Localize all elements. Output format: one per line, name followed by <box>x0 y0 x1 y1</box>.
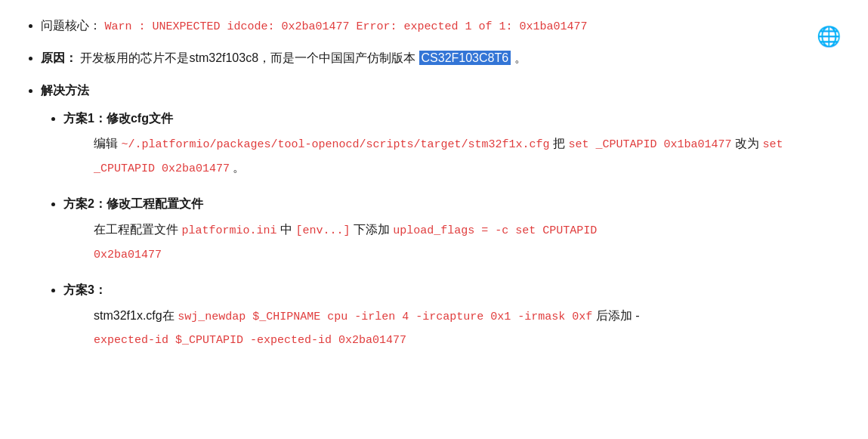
sol2-text1: 在工程配置文件 <box>94 223 181 236</box>
sol3-code1: swj_newdap $_CHIPNAME cpu -irlen 4 -irca… <box>178 311 592 323</box>
cause-text-after: 。 <box>514 51 527 64</box>
sol3-text2: 后添加 - <box>592 309 639 322</box>
issue-core-label: 问题核心： <box>41 19 101 32</box>
issue-core-code: Warn : UNEXPECTED idcode: 0x2ba01477 Err… <box>104 20 587 33</box>
sol1-text3: 改为 <box>731 137 762 150</box>
sol2-code1: platformio.ini <box>181 224 276 237</box>
sol2-code4: 0x2ba01477 <box>94 249 162 261</box>
cause-text-before: 开发板用的芯片不是stm32f103c8，而是一个中国国产仿制版本 <box>80 51 415 64</box>
sol2-code2: [env...] <box>295 224 350 237</box>
solution1-label: 方案1：修改cfg文件 <box>63 112 173 125</box>
sol2-text3: 下添加 <box>350 223 393 236</box>
sol1-text2: 把 <box>550 137 569 150</box>
solution3-label: 方案3： <box>63 283 107 296</box>
list-item-solution2: 方案2：修改工程配置文件 在工程配置文件 platformio.ini 中 [e… <box>63 193 845 266</box>
solution1-detail: 编辑 ~/.platformio/packages/tool-openocd/s… <box>63 132 845 180</box>
list-item-solution1: 方案1：修改cfg文件 编辑 ~/.platformio/packages/to… <box>63 108 845 181</box>
solution2-label: 方案2：修改工程配置文件 <box>63 197 203 210</box>
top-list: 问题核心： Warn : UNEXPECTED idcode: 0x2ba014… <box>23 15 845 352</box>
list-item-issue-core: 问题核心： Warn : UNEXPECTED idcode: 0x2ba014… <box>41 15 845 37</box>
sol1-text1: 编辑 <box>94 137 121 150</box>
solution2-detail: 在工程配置文件 platformio.ini 中 [env...] 下添加 up… <box>63 218 845 266</box>
sol3-text1: stm32f1x.cfg在 <box>94 309 178 322</box>
sol1-code2: set _CPUTAPID 0x1ba01477 <box>568 138 731 151</box>
sol1-code1: ~/.platformio/packages/tool-openocd/scri… <box>121 138 549 151</box>
list-item-solutions: 解决方法 方案1：修改cfg文件 编辑 ~/.platformio/packag… <box>41 80 845 352</box>
sol1-text4: 。 <box>230 161 245 174</box>
cause-highlight: CS32F103C8T6 <box>419 51 511 65</box>
sol2-code3: upload_flags = -c set CPUTAPID <box>393 224 597 237</box>
list-item-solution3: 方案3： stm32f1x.cfg在 swj_newdap $_CHIPNAME… <box>63 280 845 352</box>
sol3-code2: expected-id $_CPUTAPID -expected-id 0x2b… <box>94 334 406 347</box>
globe-icon: 🌐 <box>817 19 838 40</box>
solutions-label: 解决方法 <box>41 84 89 97</box>
cause-label: 原因： <box>41 51 77 64</box>
list-item-cause: 原因： 开发板用的芯片不是stm32f103c8，而是一个中国国产仿制版本 CS… <box>41 48 845 70</box>
sol2-text2: 中 <box>276 223 295 236</box>
sub-list-solutions: 方案1：修改cfg文件 编辑 ~/.platformio/packages/to… <box>41 108 845 352</box>
solution3-detail: stm32f1x.cfg在 swj_newdap $_CHIPNAME cpu … <box>63 305 845 352</box>
main-content: 🌐 问题核心： Warn : UNEXPECTED idcode: 0x2ba0… <box>23 15 845 352</box>
